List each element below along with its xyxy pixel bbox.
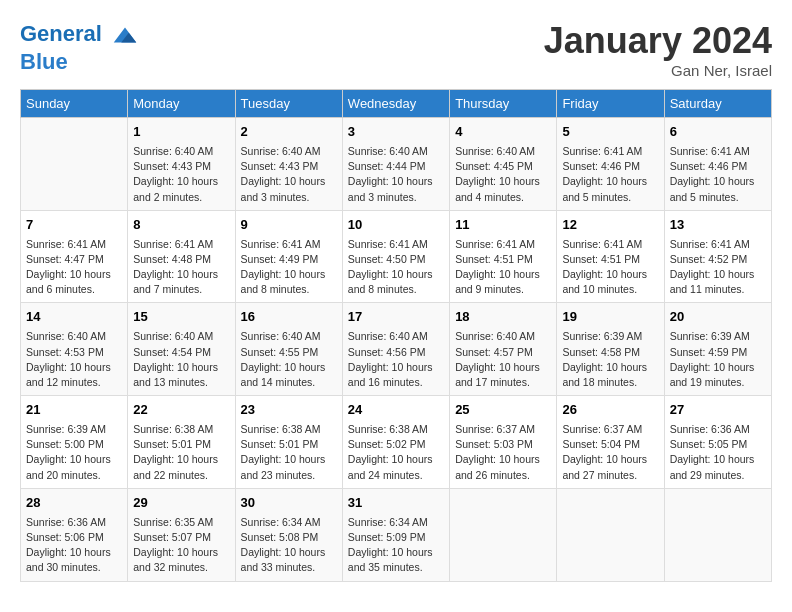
day-info: Sunrise: 6:34 AM Sunset: 5:09 PM Dayligh…	[348, 515, 444, 576]
calendar-cell: 5Sunrise: 6:41 AM Sunset: 4:46 PM Daylig…	[557, 118, 664, 211]
calendar-cell: 29Sunrise: 6:35 AM Sunset: 5:07 PM Dayli…	[128, 488, 235, 581]
day-info: Sunrise: 6:40 AM Sunset: 4:45 PM Dayligh…	[455, 144, 551, 205]
day-number: 18	[455, 308, 551, 327]
weekday-header-wednesday: Wednesday	[342, 90, 449, 118]
day-number: 1	[133, 123, 229, 142]
calendar-cell: 6Sunrise: 6:41 AM Sunset: 4:46 PM Daylig…	[664, 118, 771, 211]
day-info: Sunrise: 6:40 AM Sunset: 4:56 PM Dayligh…	[348, 329, 444, 390]
calendar-week-row: 28Sunrise: 6:36 AM Sunset: 5:06 PM Dayli…	[21, 488, 772, 581]
calendar-cell: 8Sunrise: 6:41 AM Sunset: 4:48 PM Daylig…	[128, 210, 235, 303]
day-number: 3	[348, 123, 444, 142]
weekday-header-saturday: Saturday	[664, 90, 771, 118]
day-number: 26	[562, 401, 658, 420]
day-number: 21	[26, 401, 122, 420]
title-block: January 2024 Gan Ner, Israel	[544, 20, 772, 79]
day-info: Sunrise: 6:41 AM Sunset: 4:47 PM Dayligh…	[26, 237, 122, 298]
day-info: Sunrise: 6:39 AM Sunset: 4:59 PM Dayligh…	[670, 329, 766, 390]
day-number: 17	[348, 308, 444, 327]
day-info: Sunrise: 6:38 AM Sunset: 5:01 PM Dayligh…	[133, 422, 229, 483]
day-info: Sunrise: 6:41 AM Sunset: 4:50 PM Dayligh…	[348, 237, 444, 298]
day-info: Sunrise: 6:37 AM Sunset: 5:03 PM Dayligh…	[455, 422, 551, 483]
calendar-cell: 9Sunrise: 6:41 AM Sunset: 4:49 PM Daylig…	[235, 210, 342, 303]
day-info: Sunrise: 6:41 AM Sunset: 4:49 PM Dayligh…	[241, 237, 337, 298]
calendar-cell: 11Sunrise: 6:41 AM Sunset: 4:51 PM Dayli…	[450, 210, 557, 303]
calendar-cell: 25Sunrise: 6:37 AM Sunset: 5:03 PM Dayli…	[450, 396, 557, 489]
logo-blue: Blue	[20, 50, 140, 74]
weekday-header-monday: Monday	[128, 90, 235, 118]
logo-general: General	[20, 21, 102, 46]
day-number: 2	[241, 123, 337, 142]
day-info: Sunrise: 6:35 AM Sunset: 5:07 PM Dayligh…	[133, 515, 229, 576]
calendar-cell: 28Sunrise: 6:36 AM Sunset: 5:06 PM Dayli…	[21, 488, 128, 581]
calendar-week-row: 7Sunrise: 6:41 AM Sunset: 4:47 PM Daylig…	[21, 210, 772, 303]
day-info: Sunrise: 6:37 AM Sunset: 5:04 PM Dayligh…	[562, 422, 658, 483]
day-number: 14	[26, 308, 122, 327]
day-number: 29	[133, 494, 229, 513]
day-info: Sunrise: 6:40 AM Sunset: 4:44 PM Dayligh…	[348, 144, 444, 205]
day-info: Sunrise: 6:36 AM Sunset: 5:06 PM Dayligh…	[26, 515, 122, 576]
calendar-week-row: 21Sunrise: 6:39 AM Sunset: 5:00 PM Dayli…	[21, 396, 772, 489]
weekday-header-tuesday: Tuesday	[235, 90, 342, 118]
day-info: Sunrise: 6:36 AM Sunset: 5:05 PM Dayligh…	[670, 422, 766, 483]
calendar-cell: 17Sunrise: 6:40 AM Sunset: 4:56 PM Dayli…	[342, 303, 449, 396]
day-number: 12	[562, 216, 658, 235]
day-info: Sunrise: 6:39 AM Sunset: 4:58 PM Dayligh…	[562, 329, 658, 390]
day-number: 28	[26, 494, 122, 513]
day-number: 9	[241, 216, 337, 235]
day-info: Sunrise: 6:41 AM Sunset: 4:46 PM Dayligh…	[670, 144, 766, 205]
day-info: Sunrise: 6:40 AM Sunset: 4:54 PM Dayligh…	[133, 329, 229, 390]
calendar-cell: 22Sunrise: 6:38 AM Sunset: 5:01 PM Dayli…	[128, 396, 235, 489]
day-info: Sunrise: 6:41 AM Sunset: 4:46 PM Dayligh…	[562, 144, 658, 205]
page-header: General Blue January 2024 Gan Ner, Israe…	[20, 20, 772, 79]
day-number: 30	[241, 494, 337, 513]
calendar-cell: 7Sunrise: 6:41 AM Sunset: 4:47 PM Daylig…	[21, 210, 128, 303]
day-number: 22	[133, 401, 229, 420]
day-number: 11	[455, 216, 551, 235]
logo-icon	[110, 20, 140, 50]
calendar-cell: 31Sunrise: 6:34 AM Sunset: 5:09 PM Dayli…	[342, 488, 449, 581]
calendar-cell: 14Sunrise: 6:40 AM Sunset: 4:53 PM Dayli…	[21, 303, 128, 396]
month-title: January 2024	[544, 20, 772, 62]
day-number: 25	[455, 401, 551, 420]
calendar-cell: 30Sunrise: 6:34 AM Sunset: 5:08 PM Dayli…	[235, 488, 342, 581]
day-number: 15	[133, 308, 229, 327]
calendar-cell: 26Sunrise: 6:37 AM Sunset: 5:04 PM Dayli…	[557, 396, 664, 489]
day-info: Sunrise: 6:40 AM Sunset: 4:55 PM Dayligh…	[241, 329, 337, 390]
day-number: 27	[670, 401, 766, 420]
calendar-cell: 16Sunrise: 6:40 AM Sunset: 4:55 PM Dayli…	[235, 303, 342, 396]
day-info: Sunrise: 6:38 AM Sunset: 5:02 PM Dayligh…	[348, 422, 444, 483]
day-number: 19	[562, 308, 658, 327]
calendar-cell: 12Sunrise: 6:41 AM Sunset: 4:51 PM Dayli…	[557, 210, 664, 303]
calendar-cell	[557, 488, 664, 581]
weekday-header-thursday: Thursday	[450, 90, 557, 118]
calendar-week-row: 1Sunrise: 6:40 AM Sunset: 4:43 PM Daylig…	[21, 118, 772, 211]
day-info: Sunrise: 6:40 AM Sunset: 4:57 PM Dayligh…	[455, 329, 551, 390]
day-number: 16	[241, 308, 337, 327]
day-info: Sunrise: 6:41 AM Sunset: 4:51 PM Dayligh…	[562, 237, 658, 298]
calendar-cell: 27Sunrise: 6:36 AM Sunset: 5:05 PM Dayli…	[664, 396, 771, 489]
day-number: 31	[348, 494, 444, 513]
day-number: 6	[670, 123, 766, 142]
calendar-cell	[21, 118, 128, 211]
logo: General Blue	[20, 20, 140, 74]
day-number: 13	[670, 216, 766, 235]
weekday-header-row: SundayMondayTuesdayWednesdayThursdayFrid…	[21, 90, 772, 118]
calendar-cell	[664, 488, 771, 581]
calendar-cell: 23Sunrise: 6:38 AM Sunset: 5:01 PM Dayli…	[235, 396, 342, 489]
calendar-cell: 13Sunrise: 6:41 AM Sunset: 4:52 PM Dayli…	[664, 210, 771, 303]
day-number: 20	[670, 308, 766, 327]
calendar-cell: 24Sunrise: 6:38 AM Sunset: 5:02 PM Dayli…	[342, 396, 449, 489]
day-number: 5	[562, 123, 658, 142]
day-number: 10	[348, 216, 444, 235]
calendar-cell: 15Sunrise: 6:40 AM Sunset: 4:54 PM Dayli…	[128, 303, 235, 396]
day-info: Sunrise: 6:40 AM Sunset: 4:43 PM Dayligh…	[241, 144, 337, 205]
day-number: 4	[455, 123, 551, 142]
day-number: 8	[133, 216, 229, 235]
day-number: 23	[241, 401, 337, 420]
calendar-cell: 19Sunrise: 6:39 AM Sunset: 4:58 PM Dayli…	[557, 303, 664, 396]
day-info: Sunrise: 6:41 AM Sunset: 4:48 PM Dayligh…	[133, 237, 229, 298]
day-info: Sunrise: 6:40 AM Sunset: 4:53 PM Dayligh…	[26, 329, 122, 390]
day-info: Sunrise: 6:34 AM Sunset: 5:08 PM Dayligh…	[241, 515, 337, 576]
weekday-header-sunday: Sunday	[21, 90, 128, 118]
location: Gan Ner, Israel	[544, 62, 772, 79]
